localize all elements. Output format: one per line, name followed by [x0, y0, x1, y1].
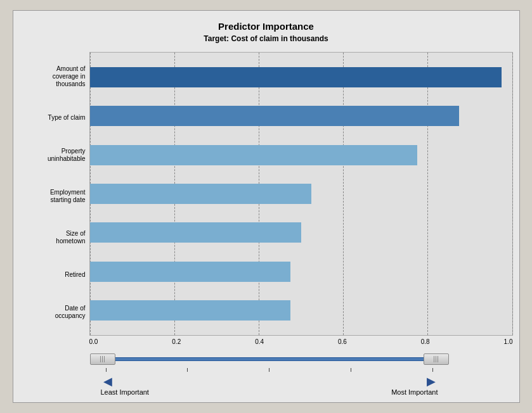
tick-5 [432, 368, 433, 372]
x-tick-1: 0.2 [172, 338, 181, 345]
slider-track [102, 357, 437, 361]
slider-grip-left [100, 356, 105, 362]
slider-track-container [96, 350, 443, 368]
x-tick-4: 0.8 [421, 338, 430, 345]
bar-0 [90, 67, 502, 87]
x-tick-3: 0.6 [338, 338, 347, 345]
bar-2 [90, 145, 417, 165]
slider-thumb-right [424, 353, 449, 365]
slider-ticks [96, 368, 443, 374]
plot-area: 0.00.20.40.60.81.0 [89, 52, 513, 345]
y-label-3: Employment starting date [20, 189, 86, 204]
tick-4 [351, 368, 351, 372]
y-label-2: Property uninhabitable [20, 148, 86, 163]
y-axis-labels: Amount of coverage in thousandsType of c… [20, 52, 89, 345]
slider-labels: Least Important Most Important [96, 387, 443, 396]
grip-line-4 [434, 356, 434, 362]
slider-thumb-widget-left[interactable] [90, 353, 115, 365]
grid-line-100 [512, 53, 513, 335]
bar-1 [90, 106, 460, 126]
slider-thumb-widget-right[interactable] [424, 353, 449, 365]
tick-2 [187, 368, 188, 372]
y-label-1: Type of claim [20, 114, 86, 122]
slider-grip-right [434, 356, 438, 362]
least-important-label: Least Important [101, 388, 149, 396]
bar-row-6 [90, 298, 512, 322]
left-arrow-icon: ◀ [103, 376, 112, 387]
chart-area: Amount of coverage in thousandsType of c… [20, 52, 513, 345]
bar-6 [90, 300, 290, 321]
y-label-4: Size of hometown [20, 230, 86, 245]
grid-and-bars [89, 52, 513, 336]
slider-arrows: ◀ ▶ [96, 376, 443, 387]
chart-title: Predictor Importance [218, 21, 314, 32]
most-important-label: Most Important [391, 388, 438, 396]
slider-thumb-left [90, 353, 115, 365]
y-label-5: Retired [20, 271, 86, 279]
bars-container [90, 53, 512, 335]
tick-3 [269, 368, 269, 372]
bar-row-1 [90, 104, 512, 128]
slider-section: ◀ ▶ Least Important Most Important [20, 350, 513, 396]
x-axis: 0.00.20.40.60.81.0 [89, 336, 513, 345]
bar-row-3 [90, 182, 512, 206]
bar-4 [90, 222, 301, 243]
grip-line-6 [438, 356, 438, 362]
chart-subtitle: Target: Cost of claim in thousands [204, 34, 328, 43]
bar-row-2 [90, 143, 512, 167]
chart-container: Predictor Importance Target: Cost of cla… [13, 10, 520, 403]
bar-5 [90, 262, 290, 282]
grip-line-1 [100, 356, 101, 362]
y-label-0: Amount of coverage in thousands [20, 65, 86, 88]
grip-line-3 [104, 356, 105, 362]
x-tick-5: 1.0 [504, 338, 513, 345]
right-arrow-icon: ▶ [427, 376, 436, 387]
tick-1 [106, 368, 107, 372]
bar-row-5 [90, 260, 512, 284]
bar-row-0 [90, 65, 512, 89]
bar-3 [90, 184, 312, 204]
grip-line-5 [436, 356, 436, 362]
x-tick-2: 0.4 [255, 338, 264, 345]
y-label-6: Date of occupancy [20, 305, 86, 320]
grip-line-2 [102, 356, 103, 362]
x-tick-0: 0.0 [89, 338, 98, 345]
bar-row-4 [90, 220, 512, 245]
